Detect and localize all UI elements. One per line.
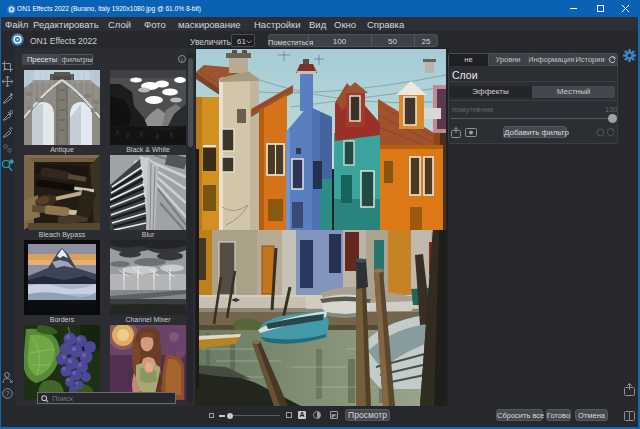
svg-text:?: ?	[6, 390, 10, 397]
